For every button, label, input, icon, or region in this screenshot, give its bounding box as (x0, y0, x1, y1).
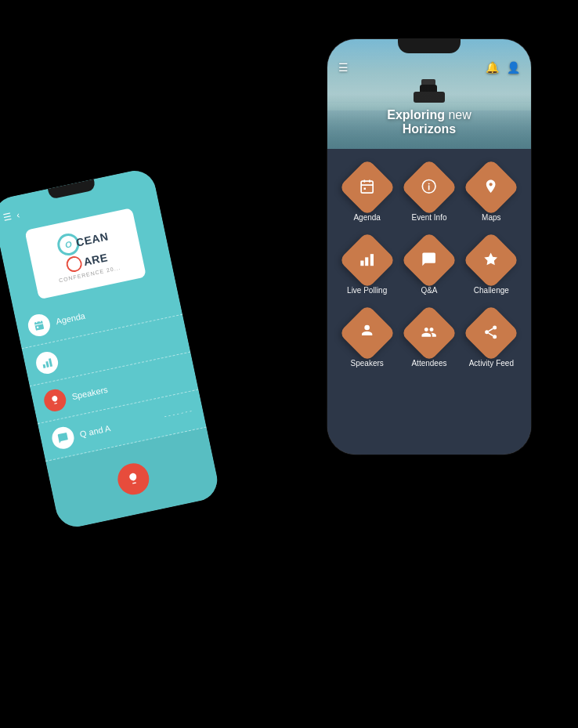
title-normal: new (448, 108, 471, 121)
oceancare-logo-area: O CEAN ARE CONFERENCE 20... (24, 208, 146, 299)
title-line2: Horizons (327, 122, 531, 136)
scene: ☰ ‹ O CEAN (0, 0, 578, 728)
event-info-icon (421, 178, 437, 196)
svg-rect-12 (363, 187, 366, 190)
svg-point-23 (493, 334, 497, 338)
speakers-label-front: Speakers (351, 359, 384, 368)
event-info-label: Event Info (411, 213, 446, 222)
speakers-diamond (338, 304, 396, 362)
speakers-icon (42, 387, 68, 413)
menu-item-agenda[interactable]: Agenda (347, 167, 388, 222)
user-icon[interactable]: 👤 (507, 61, 520, 74)
agenda-icon (359, 178, 375, 196)
attendees-icon (421, 324, 437, 342)
svg-line-24 (489, 332, 493, 335)
nav-right-icons: 🔔 👤 (486, 61, 520, 74)
svg-point-16 (428, 183, 430, 184)
phone-front: ☰ 🔔 👤 Exploring new Horizons (327, 39, 531, 455)
qa-icon (50, 425, 76, 451)
svg-point-21 (493, 325, 497, 329)
back-phone-screen: ☰ ‹ O CEAN (0, 167, 221, 531)
svg-rect-19 (370, 253, 374, 265)
qa-diamond (400, 231, 458, 289)
front-header: ☰ 🔔 👤 Exploring new Horizons (327, 39, 531, 149)
title-bold: Exploring (387, 108, 445, 121)
live-polling-icon (359, 251, 375, 269)
qa-label: Q&A (421, 286, 437, 295)
maps-icon (483, 178, 499, 196)
back-qa-sub: - - - - - - - (164, 407, 193, 420)
live-polling-label: Live Polling (347, 286, 387, 295)
agenda-label: Agenda (353, 213, 380, 222)
menu-item-live-polling[interactable]: Live Polling (347, 240, 388, 295)
back-qa-label: Q and A (79, 423, 111, 439)
live-polling-diamond (338, 231, 396, 289)
agenda-icon (26, 312, 52, 338)
grid-menu: Agenda (327, 149, 531, 455)
svg-rect-17 (360, 260, 363, 266)
front-phone-notch (398, 39, 461, 53)
back-speakers-label: Speakers (71, 385, 109, 401)
attendees-diamond (400, 304, 458, 362)
back-agenda-label: Agenda (55, 311, 86, 327)
activity-feed-label: Activity Feed (469, 359, 514, 368)
hamburger-icon[interactable]: ☰ (2, 212, 13, 223)
challenge-diamond (463, 231, 521, 289)
menu-item-qa[interactable]: Q&A (409, 240, 450, 295)
activity-feed-icon (483, 324, 499, 342)
svg-rect-5 (43, 364, 46, 368)
menu-icon[interactable]: ☰ (338, 61, 349, 74)
challenge-icon (483, 251, 499, 269)
svg-rect-18 (365, 257, 368, 266)
menu-item-activity-feed[interactable]: Activity Feed (469, 313, 514, 368)
maps-label: Maps (482, 213, 500, 222)
menu-item-challenge[interactable]: Challenge (471, 240, 511, 295)
svg-rect-7 (49, 358, 52, 367)
speakers-icon-front (359, 324, 375, 342)
challenge-label: Challenge (474, 286, 509, 295)
svg-rect-6 (45, 361, 49, 368)
back-arrow-icon[interactable]: ‹ (16, 209, 21, 221)
event-info-diamond (400, 158, 458, 216)
polling-icon (34, 350, 60, 375)
phone-back: ☰ ‹ O CEAN (0, 167, 221, 531)
menu-item-attendees[interactable]: Attendees (409, 313, 450, 368)
svg-rect-0 (34, 321, 44, 330)
qa-icon-front (421, 251, 437, 269)
agenda-diamond (338, 158, 396, 216)
svg-rect-8 (361, 180, 373, 192)
attendees-label: Attendees (411, 359, 446, 368)
maps-diamond (463, 158, 521, 216)
menu-item-speakers[interactable]: Speakers (347, 313, 388, 368)
header-nav: ☰ 🔔 👤 (327, 61, 531, 74)
activity-feed-diamond (463, 304, 521, 362)
header-title: Exploring new Horizons (327, 108, 531, 136)
svg-marker-20 (485, 252, 498, 265)
front-phone-screen: ☰ 🔔 👤 Exploring new Horizons (327, 39, 531, 455)
menu-item-maps[interactable]: Maps (471, 167, 511, 222)
menu-item-event-info[interactable]: Event Info (409, 167, 450, 222)
bell-icon[interactable]: 🔔 (486, 61, 499, 74)
